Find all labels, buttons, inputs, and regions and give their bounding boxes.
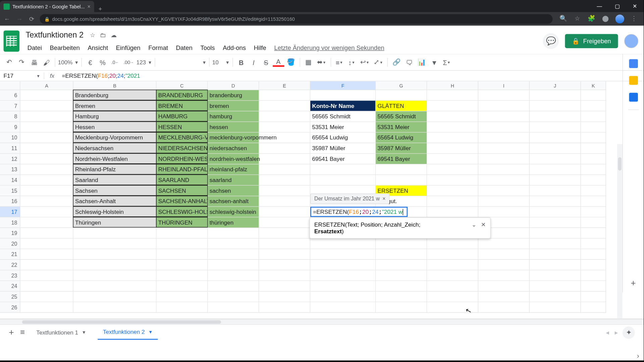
cell-C8[interactable]: HAMBURG	[156, 111, 208, 122]
cell-C18[interactable]: THÜRINGEN	[156, 217, 208, 228]
cell-C11[interactable]: NIEDERSACHSEN	[156, 143, 208, 154]
cell-K20[interactable]	[581, 239, 606, 249]
cell-K26[interactable]	[581, 302, 606, 313]
cell-J13[interactable]	[530, 164, 581, 175]
sheets-logo-icon[interactable]	[4, 31, 19, 52]
move-icon[interactable]: 🗀	[100, 32, 106, 39]
cell-J26[interactable]	[530, 302, 581, 313]
cell-E17[interactable]	[259, 207, 310, 218]
column-header-B[interactable]: B	[73, 81, 157, 90]
strikethrough-icon[interactable]: S	[260, 57, 272, 68]
row-header-21[interactable]: 21	[0, 249, 20, 260]
rotate-icon[interactable]: ⤢▼	[372, 57, 385, 68]
cell-E11[interactable]	[259, 143, 310, 154]
cell-H9[interactable]	[427, 122, 478, 133]
cell-G8[interactable]: 56565 Schmidt	[376, 111, 427, 122]
cell-C17[interactable]: SCHLESWIG-HOLSTEIN	[156, 206, 208, 217]
column-header-H[interactable]: H	[427, 81, 478, 90]
cell-I26[interactable]	[478, 302, 530, 313]
cell-D9[interactable]: hessen	[208, 122, 259, 133]
cell-F21[interactable]	[310, 249, 376, 260]
sheet-tab-2[interactable]: Textfunktionen 2▼	[98, 325, 158, 340]
cell-K10[interactable]	[581, 132, 606, 143]
cell-C21[interactable]	[157, 249, 208, 260]
cell-J6[interactable]	[530, 90, 581, 101]
cell-D26[interactable]	[208, 302, 259, 313]
cell-H17[interactable]	[427, 207, 478, 218]
cell-K11[interactable]	[581, 143, 606, 154]
cell-J24[interactable]	[530, 281, 581, 292]
close-tab-icon[interactable]: ×	[88, 4, 91, 10]
cell-K15[interactable]	[581, 186, 606, 196]
cell-B16[interactable]: Sachsen-Anhalt	[73, 196, 156, 206]
cell-I25[interactable]	[478, 292, 530, 302]
cell-E14[interactable]	[259, 175, 310, 186]
cell-K8[interactable]	[581, 111, 606, 122]
add-addon-icon[interactable]: +	[631, 278, 636, 288]
menu-einfuegen[interactable]: Einfügen	[112, 42, 144, 53]
italic-icon[interactable]: I	[248, 57, 259, 68]
cell-J21[interactable]	[530, 249, 581, 260]
cell-K14[interactable]	[581, 175, 606, 186]
cell-C6[interactable]: BRANDENBURG	[156, 90, 208, 101]
menu-datei[interactable]: Datei	[24, 42, 45, 53]
star-icon[interactable]: ☆	[90, 32, 96, 39]
cell-G9[interactable]: 53531 Meier	[376, 122, 427, 133]
sheet-nav-left-icon[interactable]: ◄	[605, 329, 610, 336]
cell-A26[interactable]	[20, 302, 73, 313]
cell-G6[interactable]	[376, 90, 427, 101]
reload-icon[interactable]: ⟳	[28, 15, 36, 22]
cell-I14[interactable]	[478, 175, 530, 186]
cell-E19[interactable]	[259, 228, 310, 239]
decrease-decimal-icon[interactable]: .0←	[109, 57, 121, 68]
cell-A17[interactable]	[20, 207, 73, 218]
row-header-17[interactable]: 17	[0, 207, 20, 218]
cell-E22[interactable]	[259, 260, 310, 270]
menu-hilfe[interactable]: Hilfe	[250, 42, 270, 53]
cell-I9[interactable]	[478, 122, 530, 133]
undo-icon[interactable]: ↶	[4, 57, 15, 68]
row-header-26[interactable]: 26	[0, 302, 20, 313]
cell-K19[interactable]	[581, 228, 606, 239]
cell-H24[interactable]	[427, 281, 478, 292]
number-format-select[interactable]: 123▼	[137, 59, 152, 66]
cell-J10[interactable]	[530, 132, 581, 143]
cell-C10[interactable]: MECKLENBURG-VORPOMMERN	[156, 132, 208, 143]
font-size-select[interactable]: 10 ▼	[212, 59, 230, 66]
cell-A13[interactable]	[20, 164, 73, 175]
zoom-icon[interactable]: 🔍	[559, 14, 568, 23]
cell-E8[interactable]	[259, 111, 310, 122]
cell-F26[interactable]	[310, 302, 376, 313]
cell-A25[interactable]	[20, 292, 73, 302]
cell-K25[interactable]	[581, 292, 606, 302]
cell-A9[interactable]	[20, 122, 73, 133]
cell-K9[interactable]	[581, 122, 606, 133]
cell-J9[interactable]	[530, 122, 581, 133]
tasks-icon[interactable]	[629, 93, 638, 102]
row-header-25[interactable]: 25	[0, 292, 20, 302]
cell-H21[interactable]	[427, 249, 478, 260]
cell-E18[interactable]	[259, 217, 310, 228]
text-color-icon[interactable]: A	[273, 58, 284, 67]
menu-format[interactable]: Format	[145, 42, 172, 53]
cell-H22[interactable]	[427, 260, 478, 270]
close-window-icon[interactable]: ✕	[626, 0, 644, 12]
cell-B9[interactable]: Hessen	[73, 121, 156, 132]
cell-H13[interactable]	[427, 164, 478, 175]
cell-E9[interactable]	[259, 122, 310, 133]
url-input[interactable]: 🔒 docs.google.com/spreadsheets/d/1rn3osC…	[40, 14, 553, 24]
cell-K17[interactable]	[581, 207, 606, 218]
column-header-A[interactable]: A	[20, 81, 73, 90]
close-preview-icon[interactable]: ×	[382, 196, 385, 202]
redo-icon[interactable]: ↷	[16, 57, 27, 68]
horizontal-scrollbar[interactable]	[0, 319, 644, 324]
cell-G25[interactable]	[376, 292, 427, 302]
column-header-D[interactable]: D	[208, 81, 259, 90]
cell-C26[interactable]	[157, 302, 208, 313]
cell-H7[interactable]	[427, 101, 478, 112]
cell-F11[interactable]: 35987 Müller	[310, 143, 376, 154]
cell-F24[interactable]	[310, 281, 376, 292]
cell-F14[interactable]	[310, 175, 376, 186]
cell-D7[interactable]: bremen	[208, 101, 259, 112]
cell-E23[interactable]	[259, 270, 310, 281]
